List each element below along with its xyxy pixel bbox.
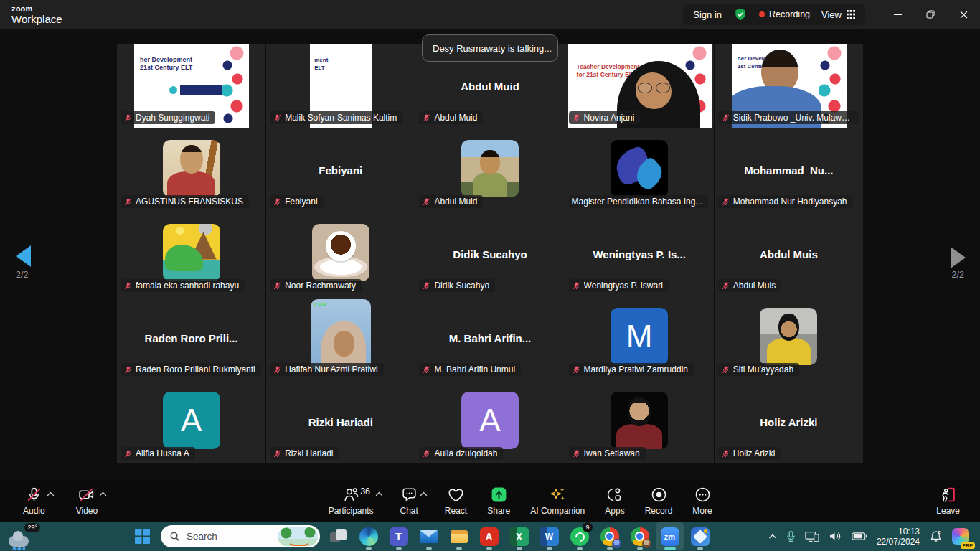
participant-tile[interactable]: Rizki Hariadi Rizki Hariadi bbox=[266, 380, 415, 463]
clock-date: 22/07/2024 bbox=[877, 537, 920, 547]
react-button[interactable]: React bbox=[440, 484, 471, 517]
taskbar-weather-widget[interactable]: 29° bbox=[6, 523, 39, 550]
tray-notifications[interactable]: z bbox=[928, 528, 944, 545]
record-button[interactable]: Record bbox=[641, 484, 677, 517]
audio-button[interactable]: Audio bbox=[19, 484, 50, 517]
participant-tile[interactable]: M. Bahri Arifin... M. Bahri Arifin Unmul bbox=[415, 296, 564, 380]
participant-name-text: Abdul Muid bbox=[434, 197, 477, 207]
muted-mic-icon bbox=[123, 449, 133, 458]
running-indicator bbox=[697, 547, 703, 550]
participant-name-label: Raden Roro Priliani Rukmiyanti bbox=[121, 363, 261, 376]
taskbar-icon-chrome-1[interactable] bbox=[595, 522, 623, 550]
participant-name-text: Febiyani bbox=[285, 197, 317, 207]
taskbar-icon-mail[interactable] bbox=[415, 522, 443, 550]
minimize-button[interactable] bbox=[881, 0, 914, 29]
tray-cast-display[interactable] bbox=[804, 529, 821, 544]
participant-tile[interactable]: A Alifia Husna A bbox=[117, 380, 265, 463]
taskbar-icon-edge[interactable] bbox=[354, 522, 382, 550]
copilot-button[interactable]: PRE bbox=[951, 527, 970, 546]
taskbar-icon-file-explorer[interactable] bbox=[445, 522, 473, 550]
participant-tile[interactable]: Raden Roro Prili... Raden Roro Priliani … bbox=[117, 296, 265, 380]
search-seasonal-art bbox=[278, 527, 318, 546]
phbox bbox=[760, 308, 817, 365]
participant-tile[interactable]: Iwan Setiawan bbox=[565, 380, 714, 463]
running-indicator bbox=[426, 547, 432, 550]
taskbar-search[interactable]: Search bbox=[161, 525, 320, 547]
close-icon bbox=[960, 11, 968, 19]
participant-tile[interactable]: Siti Mu'ayyadah bbox=[715, 296, 863, 380]
share-button[interactable]: Share bbox=[483, 484, 514, 517]
participant-tile[interactable]: Teacher Developmentfor 21st Century ELT … bbox=[565, 44, 714, 128]
taskbar-icon-excel[interactable] bbox=[505, 522, 533, 550]
skybox: CAM bbox=[311, 299, 371, 371]
participant-tile[interactable]: Abdul Muid bbox=[415, 128, 564, 212]
start-button[interactable] bbox=[128, 523, 156, 550]
apps-button[interactable]: Apps bbox=[600, 484, 628, 517]
participant-tile[interactable]: A Aulia dzulqoidah bbox=[415, 380, 564, 463]
close-button[interactable] bbox=[947, 0, 980, 29]
encryption-shield-icon[interactable] bbox=[733, 7, 748, 22]
window-titlebar: zoom Workplace Sign in Recording View bbox=[0, 0, 980, 29]
muted-mic-icon bbox=[572, 281, 581, 291]
participant-tile[interactable]: CAM Hafifah Nur Azmi Pratiwi bbox=[266, 296, 415, 380]
participant-tile[interactable]: Mohammad Nu... Mohammad Nur Hadiyansyah bbox=[715, 128, 863, 212]
page-indicator-right: 2/2 bbox=[952, 270, 964, 280]
leave-button[interactable]: Leave bbox=[932, 484, 964, 517]
participants-count: 36 bbox=[360, 486, 370, 496]
participant-tile[interactable]: Magister Pendidikan Bahasa Ing... bbox=[565, 128, 714, 212]
tray-overflow-chevron[interactable] bbox=[767, 532, 778, 541]
maximize-restore-button[interactable] bbox=[914, 0, 947, 29]
more-button[interactable]: More bbox=[688, 484, 716, 517]
view-button[interactable]: View bbox=[821, 9, 855, 20]
ai-companion-button[interactable]: AI Companion bbox=[526, 484, 589, 517]
toolbar-left-group: Audio Video bbox=[19, 484, 108, 517]
sl: her Development bbox=[140, 56, 192, 64]
chat-button[interactable]: Chat bbox=[396, 484, 423, 517]
participant-tile[interactable]: Abdul Muis Abdul Muis bbox=[715, 212, 863, 296]
tray-battery[interactable] bbox=[850, 530, 869, 542]
cam: CAM bbox=[314, 302, 326, 307]
tray-volume[interactable] bbox=[827, 529, 844, 543]
next-page-button[interactable] bbox=[946, 242, 970, 273]
whatsapp-badge: 9 bbox=[583, 522, 593, 532]
taskbar-icon-whatsapp[interactable]: 9 bbox=[565, 522, 593, 550]
notification-bell-icon: z bbox=[929, 529, 943, 543]
muted-mic-icon bbox=[721, 365, 730, 375]
muted-mic-icon bbox=[123, 113, 133, 123]
participant-tile[interactable]: AGUSTINUS FRANSISKUS bbox=[117, 128, 265, 212]
taskbar-icon-task-view[interactable] bbox=[324, 522, 352, 550]
sign-in-button[interactable]: Sign in bbox=[693, 9, 722, 20]
participant-tile[interactable]: Febiyani Febiyani bbox=[266, 128, 415, 212]
participant-name-text: Mohammad Nur Hadiyansyah bbox=[733, 197, 847, 207]
participants-button[interactable]: 36 Participants bbox=[324, 484, 378, 517]
participant-tile[interactable]: mentELT Malik Sofyan-Sanimas Kaltim bbox=[266, 44, 415, 128]
participant-name-label: Iwan Setiawan bbox=[569, 447, 646, 460]
taskbar-icon-zoom[interactable] bbox=[656, 522, 684, 550]
participant-tile[interactable]: Holiz Arizki Holiz Arizki bbox=[715, 380, 863, 463]
participant-tile[interactable]: her Developm1st Century EL Sidik Prabowo… bbox=[715, 44, 863, 128]
muted-mic-icon bbox=[273, 113, 282, 123]
taskbar-clock[interactable]: 10:13 22/07/2024 bbox=[875, 525, 921, 548]
video-button[interactable]: Video bbox=[72, 484, 102, 517]
navybar bbox=[180, 85, 222, 95]
participant-name-label: Didik Sucahyo bbox=[419, 279, 495, 292]
muted-mic-icon bbox=[273, 281, 282, 291]
taskbar-icon-teams[interactable] bbox=[385, 522, 413, 550]
participant-tile[interactable]: M Mardliya Pratiwi Zamruddin bbox=[565, 296, 714, 380]
participant-tile[interactable]: Weningtyas P. Is... Weningtyas P. Iswari bbox=[565, 212, 714, 296]
tray-microphone[interactable] bbox=[785, 529, 797, 544]
chevron-up-icon bbox=[768, 534, 777, 540]
running-indicator bbox=[577, 547, 583, 550]
participant-tile[interactable]: Noor Rachmawaty bbox=[266, 212, 415, 296]
chat-icon bbox=[400, 486, 418, 504]
taskbar-icon-word[interactable] bbox=[535, 522, 563, 550]
participant-tile[interactable]: Didik Sucahyo Didik Sucahyo bbox=[415, 212, 564, 296]
muted-mic-icon bbox=[273, 197, 282, 207]
muted-mic-icon bbox=[721, 449, 730, 458]
participant-tile[interactable]: famala eka sanhadi rahayu bbox=[117, 212, 265, 296]
previous-page-button[interactable] bbox=[11, 241, 35, 271]
taskbar-icon-chrome-2[interactable] bbox=[626, 522, 654, 550]
taskbar-icon-acrobat[interactable] bbox=[475, 522, 503, 550]
taskbar-icon-photos[interactable] bbox=[686, 522, 714, 550]
participant-tile[interactable]: her Development21st Century ELT Dyah Sun… bbox=[117, 44, 265, 128]
